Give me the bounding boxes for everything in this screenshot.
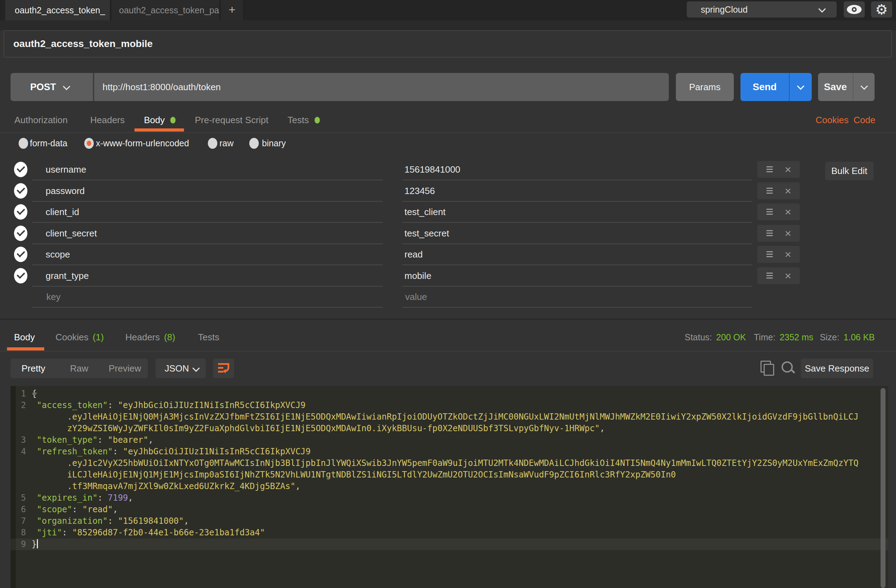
save-options-button[interactable] xyxy=(853,73,875,101)
view-preview[interactable]: Preview xyxy=(102,359,148,378)
status-value: 200 OK xyxy=(716,332,746,342)
line-number: 5 xyxy=(11,492,32,504)
tab-pre-request-script[interactable]: Pre-request Script xyxy=(195,113,268,127)
wrap-lines-button[interactable] xyxy=(213,359,234,378)
send-button[interactable]: Send xyxy=(741,73,812,101)
radio-x-www-form-urlencoded-label[interactable]: x-www-form-urlencoded xyxy=(96,138,189,149)
key-cell[interactable]: password xyxy=(46,180,85,202)
search-response-button[interactable] xyxy=(781,361,796,376)
value-cell[interactable]: read xyxy=(404,244,423,265)
active-tab-underline xyxy=(7,347,44,351)
tab-tests[interactable]: Tests xyxy=(288,113,320,127)
key-cell[interactable]: client_id xyxy=(46,201,79,223)
fold-caret-icon[interactable] xyxy=(32,393,37,396)
line-number: 1 xyxy=(11,388,32,400)
params-button[interactable]: Params xyxy=(676,73,734,101)
response-body-editor[interactable]: 1{2 "access_token": "eyJhbGciOiJIUzI1NiI… xyxy=(11,386,888,588)
environment-name: springCloud xyxy=(701,5,748,15)
value-cell[interactable]: test_secret xyxy=(404,223,449,244)
divider xyxy=(0,132,896,133)
code-line: 7 "organization": "15619841000", xyxy=(11,515,888,527)
line-number: 9 xyxy=(11,539,32,550)
drag-handle-icon[interactable] xyxy=(766,209,773,215)
drag-handle-icon[interactable] xyxy=(766,166,773,172)
drag-handle-icon[interactable] xyxy=(766,188,773,194)
value-cell[interactable]: test_client xyxy=(404,201,445,223)
drag-handle-icon[interactable] xyxy=(766,230,773,236)
row-enabled-checkbox[interactable] xyxy=(14,268,27,284)
radio-raw[interactable] xyxy=(208,138,217,149)
tab-tests-label: Tests xyxy=(288,115,309,126)
value-cell[interactable]: 123456 xyxy=(404,180,435,202)
environment-quicklook-button[interactable] xyxy=(844,2,865,18)
format-selector[interactable]: JSON xyxy=(155,359,206,378)
view-raw[interactable]: Raw xyxy=(56,359,102,378)
response-tab-headers-label: Headers xyxy=(125,332,160,343)
settings-button[interactable]: ⚙ xyxy=(871,2,892,18)
new-tab-button[interactable]: + xyxy=(221,0,244,20)
request-tab-inactive[interactable]: oauth2_access_token_passv xyxy=(111,0,220,20)
key-cell[interactable]: grant_type xyxy=(46,265,89,287)
drag-handle-icon[interactable] xyxy=(766,251,773,257)
row-enabled-checkbox[interactable] xyxy=(14,204,27,220)
send-options-button[interactable] xyxy=(789,73,812,101)
section-divider xyxy=(0,319,896,320)
url-input[interactable] xyxy=(102,81,658,93)
chevron-down-icon xyxy=(62,82,70,90)
key-cell[interactable]: username xyxy=(46,159,86,180)
delete-row-icon[interactable]: × xyxy=(785,226,791,240)
delete-row-icon[interactable]: × xyxy=(785,205,791,219)
radio-form-data[interactable] xyxy=(18,138,28,149)
response-tab-headers[interactable]: Headers (8) xyxy=(125,328,175,346)
cookies-link[interactable]: Cookies xyxy=(815,113,849,127)
value-input[interactable] xyxy=(404,291,687,303)
tab-body[interactable]: Body xyxy=(144,113,175,127)
radio-raw-label[interactable]: raw xyxy=(219,138,233,149)
method-label: POST xyxy=(30,82,56,93)
delete-row-icon[interactable]: × xyxy=(785,269,791,283)
delete-row-icon[interactable]: × xyxy=(785,184,791,198)
form-row: client_secret test_secret × xyxy=(0,223,896,244)
row-enabled-checkbox[interactable] xyxy=(14,162,27,177)
save-response-button[interactable]: Save Response xyxy=(801,359,873,378)
send-label[interactable]: Send xyxy=(741,73,789,101)
radio-x-www-form-urlencoded[interactable] xyxy=(84,138,94,149)
save-label[interactable]: Save xyxy=(818,73,853,101)
drag-handle-icon[interactable] xyxy=(766,273,773,278)
response-tab-cookies[interactable]: Cookies (1) xyxy=(55,328,104,346)
tab-headers[interactable]: Headers xyxy=(90,113,125,127)
key-cell[interactable]: client_secret xyxy=(46,223,97,244)
editor-scrollbar[interactable] xyxy=(881,388,885,588)
form-row: grant_type mobile × xyxy=(0,265,896,287)
row-enabled-checkbox[interactable] xyxy=(14,183,27,199)
line-number: 2 xyxy=(11,400,32,411)
value-cell[interactable]: mobile xyxy=(404,265,431,287)
url-field[interactable] xyxy=(94,73,669,101)
delete-row-icon[interactable]: × xyxy=(785,163,791,176)
method-selector[interactable]: POST xyxy=(11,73,93,101)
value-cell[interactable]: 15619841000 xyxy=(404,159,460,180)
radio-binary[interactable] xyxy=(249,138,259,149)
request-tab-active[interactable]: oauth2_access_token_ × xyxy=(5,0,110,20)
save-button[interactable]: Save xyxy=(818,73,875,101)
bulk-edit-button[interactable]: Bulk Edit xyxy=(825,162,873,180)
copy-response-button[interactable] xyxy=(760,361,774,376)
radio-form-data-label[interactable]: form-data xyxy=(30,138,67,149)
value-cell-placeholder[interactable] xyxy=(404,286,687,308)
delete-row-icon[interactable]: × xyxy=(785,247,791,261)
key-cell-placeholder[interactable] xyxy=(46,286,328,308)
tab-authorization[interactable]: Authorization xyxy=(14,113,68,127)
green-dot-indicator xyxy=(170,117,175,123)
response-tab-tests[interactable]: Tests xyxy=(198,328,219,346)
view-pretty[interactable]: Pretty xyxy=(11,359,56,378)
chevron-down-icon xyxy=(797,82,805,90)
key-input[interactable] xyxy=(46,291,328,303)
row-enabled-checkbox[interactable] xyxy=(14,247,27,262)
row-enabled-checkbox[interactable] xyxy=(14,226,27,241)
code-link[interactable]: Code xyxy=(853,113,875,127)
row-actions: × xyxy=(757,225,800,242)
environment-selector[interactable]: springCloud xyxy=(687,2,837,18)
key-cell[interactable]: scope xyxy=(46,244,70,265)
response-tab-body[interactable]: Body xyxy=(14,328,35,346)
radio-binary-label[interactable]: binary xyxy=(262,138,286,149)
